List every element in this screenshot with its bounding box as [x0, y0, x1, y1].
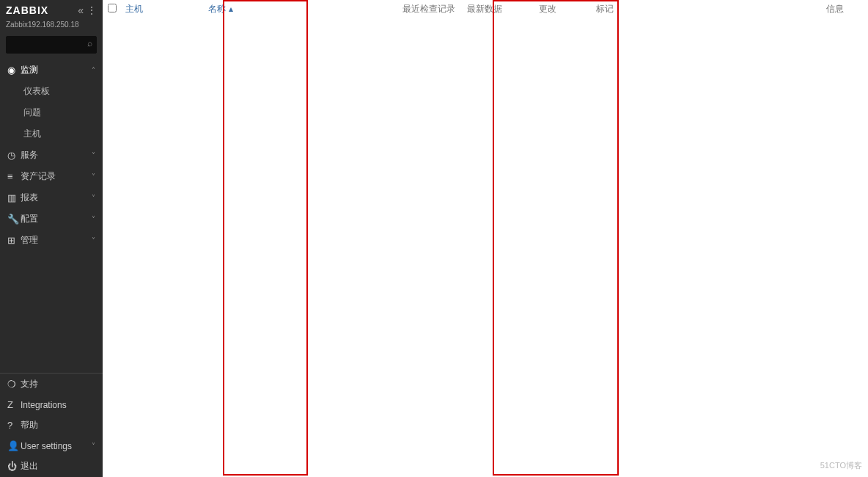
support-icon: ❍	[7, 379, 21, 390]
collapse-sidebar-icon[interactable]: «	[78, 4, 84, 16]
col-info: 信息	[822, 0, 868, 18]
nav-label: 支持	[21, 378, 38, 390]
chevron-down-icon: ˅	[92, 172, 95, 181]
chevron-down-icon: ˅	[92, 236, 95, 244]
integrations-icon: Z	[7, 399, 21, 410]
nav-user-settings[interactable]: 👤User settings˅	[0, 436, 103, 456]
nav-label: 监测	[21, 64, 38, 76]
col-name[interactable]: 名称 ▴	[208, 4, 232, 14]
wrench-icon: 🔧	[7, 214, 21, 225]
nav-label: 帮助	[21, 419, 38, 432]
nav-label: 资产记录	[21, 170, 56, 183]
nav-label: 报表	[21, 192, 38, 204]
nav-label: 配置	[21, 213, 38, 225]
eye-icon: ◉	[7, 65, 21, 76]
col-change: 更改	[534, 0, 592, 18]
col-last-data: 最新数据	[463, 0, 535, 18]
nav-label: 退出	[21, 460, 38, 473]
logo[interactable]: ZABBIX	[6, 4, 48, 16]
sidebar-item[interactable]: 问题	[0, 102, 103, 123]
nav-label: 管理	[21, 234, 38, 247]
gear-icon: ⊞	[7, 235, 21, 246]
nav-reports[interactable]: ▥ 报表 ˅	[0, 187, 103, 208]
chevron-down-icon: ˅	[92, 215, 95, 223]
col-tags: 标记	[592, 0, 822, 18]
nav-support[interactable]: ❍支持	[0, 374, 103, 395]
nav-admin[interactable]: ⊞ 管理 ˅	[0, 230, 103, 251]
search-input[interactable]	[6, 36, 97, 54]
select-all-checkbox[interactable]	[108, 4, 117, 12]
main-content: 主机 名称 ▴ 最近检查记录 最新数据 更改 标记 信息 51CTO博客	[103, 0, 868, 477]
col-host[interactable]: 主机	[125, 4, 143, 14]
sidebar-menu-icon[interactable]: ⋮	[87, 4, 97, 16]
latest-data-table: 主机 名称 ▴ 最近检查记录 最新数据 更改 标记 信息	[103, 0, 868, 18]
user-icon: 👤	[7, 440, 21, 451]
nav-logout[interactable]: ⏻退出	[0, 456, 103, 477]
list-icon: ≡	[7, 171, 21, 182]
server-info: Zabbix192.168.250.18	[0, 21, 103, 33]
main-nav: ◉ 监测 ˄ 仪表板问题主机 ◷ 服务 ˅ ≡ 资产记录 ˅ ▥ 报表 ˅ 🔧	[0, 59, 103, 251]
chevron-down-icon: ˅	[92, 194, 95, 202]
nav-integrations[interactable]: ZIntegrations	[0, 395, 103, 415]
nav-monitoring[interactable]: ◉ 监测 ˄	[0, 59, 103, 81]
sidebar-item[interactable]: 仪表板	[0, 81, 103, 102]
col-last-check: 最近检查记录	[398, 0, 463, 18]
highlight-host	[223, 0, 308, 476]
nav-label: User settings	[21, 441, 72, 451]
logout-icon: ⏻	[7, 461, 21, 472]
clock-icon: ◷	[7, 150, 21, 161]
chevron-down-icon: ˅	[92, 442, 95, 450]
search-icon[interactable]: ⌕	[87, 38, 92, 48]
nav-help[interactable]: ?帮助	[0, 415, 103, 436]
chart-icon: ▥	[7, 192, 21, 203]
nav-services[interactable]: ◷ 服务 ˅	[0, 145, 103, 166]
chevron-up-icon: ˄	[92, 66, 95, 74]
highlight-data	[493, 0, 619, 476]
bottom-nav: ❍支持 ZIntegrations ?帮助 👤User settings˅ ⏻退…	[0, 373, 103, 477]
nav-inventory[interactable]: ≡ 资产记录 ˅	[0, 166, 103, 187]
chevron-down-icon: ˅	[92, 151, 95, 159]
nav-label: 服务	[21, 149, 38, 161]
sort-asc-icon: ▴	[229, 4, 233, 14]
help-icon: ?	[7, 420, 21, 431]
col-name-label: 名称	[208, 4, 226, 14]
nav-label: Integrations	[21, 400, 67, 410]
nav-config[interactable]: 🔧 配置 ˅	[0, 208, 103, 230]
watermark: 51CTO博客	[820, 460, 862, 471]
sidebar: ZABBIX « ⋮ Zabbix192.168.250.18 ⌕ ◉ 监测 ˄…	[0, 0, 103, 477]
sidebar-item[interactable]: 主机	[0, 123, 103, 145]
